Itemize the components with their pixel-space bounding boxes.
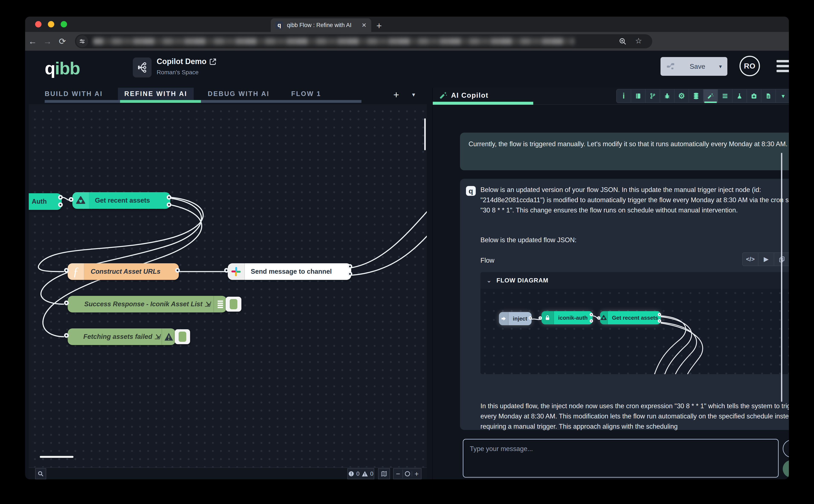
zoom-in-button[interactable]: + xyxy=(412,470,421,478)
url-bar[interactable]: ☆ xyxy=(75,34,652,48)
warning-triangle-icon xyxy=(162,328,176,345)
mini-node-iconik-auth[interactable]: iconik-auth xyxy=(542,311,593,324)
user-avatar[interactable]: RO xyxy=(739,56,760,76)
copilot-toolbar: i ⚙ ▾ xyxy=(616,89,789,103)
flow-diagram-header[interactable]: ⌄ FLOW DIAGRAM xyxy=(480,272,789,289)
toolbar-document-icon[interactable] xyxy=(761,89,776,103)
toolbar-book-icon[interactable] xyxy=(631,89,646,103)
port[interactable] xyxy=(348,264,352,269)
mini-port xyxy=(539,316,542,320)
node-construct-asset-urls[interactable]: ƒ Construct Asset URLs xyxy=(68,263,179,280)
mini-node-inject[interactable]: inject xyxy=(499,312,532,325)
issue-counters[interactable]: 0 0 xyxy=(347,468,374,479)
port[interactable] xyxy=(224,268,229,273)
tab-build-with-ai[interactable]: BUILD WITH AI xyxy=(38,88,109,100)
toolbar-flask-icon[interactable] xyxy=(732,89,747,103)
mini-node-get-recent-assets[interactable]: Get recent assets xyxy=(600,311,661,324)
toolbar-first-aid-icon[interactable] xyxy=(747,89,761,103)
mini-port xyxy=(658,313,661,316)
send-button[interactable] xyxy=(783,460,789,478)
mini-port xyxy=(597,316,600,320)
forward-icon[interactable]: → xyxy=(40,37,55,46)
zoom-out-button[interactable]: − xyxy=(394,470,403,478)
tab-close-icon[interactable]: ✕ xyxy=(362,22,367,29)
tab-refine-with-ai[interactable]: REFINE WITH AI xyxy=(118,88,194,100)
flow-title: Copilot Demo xyxy=(157,57,206,66)
node-slack-label: Send message to channel xyxy=(245,268,332,275)
logo-ibb: ibb xyxy=(55,59,80,78)
site-settings-icon[interactable] xyxy=(76,35,88,47)
open-flow-external-icon[interactable] xyxy=(209,57,217,67)
save-label: Save xyxy=(680,63,715,70)
chat-scrollbar[interactable] xyxy=(781,153,782,402)
toolbar-database-icon[interactable] xyxy=(689,89,704,103)
traffic-close-button[interactable] xyxy=(35,21,42,27)
flow-tabs-bar: BUILD WITH AI REFINE WITH AI DEBUG WITH … xyxy=(25,88,427,104)
zoom-page-icon[interactable] xyxy=(619,37,627,46)
flow-tabs-caret-icon[interactable]: ▾ xyxy=(412,91,415,98)
main-menu-icon[interactable] xyxy=(777,60,789,75)
node-get-recent-assets[interactable]: Get recent assets xyxy=(72,192,170,209)
copilot-header: AI Copilot i ⚙ ▾ xyxy=(433,88,789,105)
browser-menu-icon[interactable]: ⋮ xyxy=(785,34,789,44)
toolbar-list-icon[interactable] xyxy=(718,89,732,103)
copilot-settings-button[interactable]: ⚙ xyxy=(783,440,789,458)
toolbar-gear-icon[interactable]: ⚙ xyxy=(675,89,689,103)
debug-toggle[interactable] xyxy=(226,297,241,312)
wires xyxy=(29,104,427,467)
back-icon[interactable]: ← xyxy=(25,37,40,46)
toolbar-git-branch-icon[interactable] xyxy=(646,89,660,103)
port[interactable] xyxy=(64,333,69,338)
traffic-minimize-button[interactable] xyxy=(48,21,54,27)
port[interactable] xyxy=(175,268,180,273)
tab-flow-1[interactable]: FLOW 1 xyxy=(285,88,328,100)
port[interactable] xyxy=(64,301,69,305)
flow-diagram-canvas[interactable]: inject iconik-auth Get recent assets xyxy=(480,289,789,374)
toolbar-caret-down-icon[interactable]: ▾ xyxy=(776,89,789,103)
port[interactable] xyxy=(167,195,171,200)
debug-toggle[interactable] xyxy=(175,329,190,344)
node-fetching-assets-failed[interactable]: Fetching assets failed ⇲ xyxy=(68,328,176,345)
flow-canvas[interactable]: Auth Get recent assets ƒ Construct Asset… xyxy=(29,104,427,467)
assistant-paragraph-2: Below is the updated flow JSON: xyxy=(480,235,789,245)
port[interactable] xyxy=(69,197,73,202)
node-success-label: Success Response - Iconik Asset List xyxy=(84,300,202,308)
message-input[interactable] xyxy=(463,439,779,478)
browser-tab[interactable]: q qibb Flow : Refine with AI ✕ xyxy=(271,18,371,32)
run-flow-icon[interactable]: ▶ xyxy=(758,253,774,266)
new-tab-button[interactable]: + xyxy=(376,20,382,31)
node-success-response[interactable]: Success Response - Iconik Asset List ⇲ xyxy=(68,296,227,312)
port[interactable] xyxy=(58,195,63,200)
traffic-zoom-button[interactable] xyxy=(61,21,67,27)
save-caret-icon[interactable]: ▾ xyxy=(719,63,722,70)
url-text-redacted xyxy=(93,38,574,45)
toolbar-info-icon[interactable]: i xyxy=(617,89,631,103)
add-flow-tab-button[interactable]: + xyxy=(393,89,399,100)
toolbar-magic-wand-icon[interactable] xyxy=(704,89,718,103)
canvas-horizontal-scrollbar[interactable] xyxy=(40,456,73,458)
reload-icon[interactable]: ⟳ xyxy=(55,36,70,46)
tab-debug-with-ai[interactable]: DEBUG WITH AI xyxy=(201,88,276,100)
node-auth[interactable]: Auth xyxy=(29,193,62,210)
collapse-chevron-icon[interactable]: ⌄ xyxy=(486,275,492,285)
list-output-icon xyxy=(214,296,227,312)
tab-underline xyxy=(45,100,361,103)
save-button[interactable]: Save ▾ xyxy=(661,57,727,76)
error-count: 0 xyxy=(356,471,360,477)
view-code-icon[interactable]: </> xyxy=(743,253,758,266)
minimap-button[interactable] xyxy=(378,468,390,479)
flow-diagram-card: ⌄ FLOW DIAGRAM xyxy=(480,272,789,374)
port[interactable] xyxy=(64,268,69,273)
canvas-search-button[interactable] xyxy=(35,468,46,479)
bookmark-star-icon[interactable]: ☆ xyxy=(635,36,642,45)
port[interactable] xyxy=(167,202,171,207)
canvas-vertical-scrollbar[interactable] xyxy=(424,118,426,150)
port[interactable] xyxy=(58,202,63,207)
port[interactable] xyxy=(348,272,352,276)
node-send-message-to-channel[interactable]: Send message to channel xyxy=(228,263,351,280)
toolbar-bug-icon[interactable] xyxy=(660,89,675,103)
qibb-logo[interactable]: qibb xyxy=(45,58,80,78)
copilot-title-tab[interactable]: AI Copilot xyxy=(439,91,489,100)
zoom-reset-button[interactable] xyxy=(403,471,412,476)
flow-diagram-title: FLOW DIAGRAM xyxy=(496,275,789,285)
